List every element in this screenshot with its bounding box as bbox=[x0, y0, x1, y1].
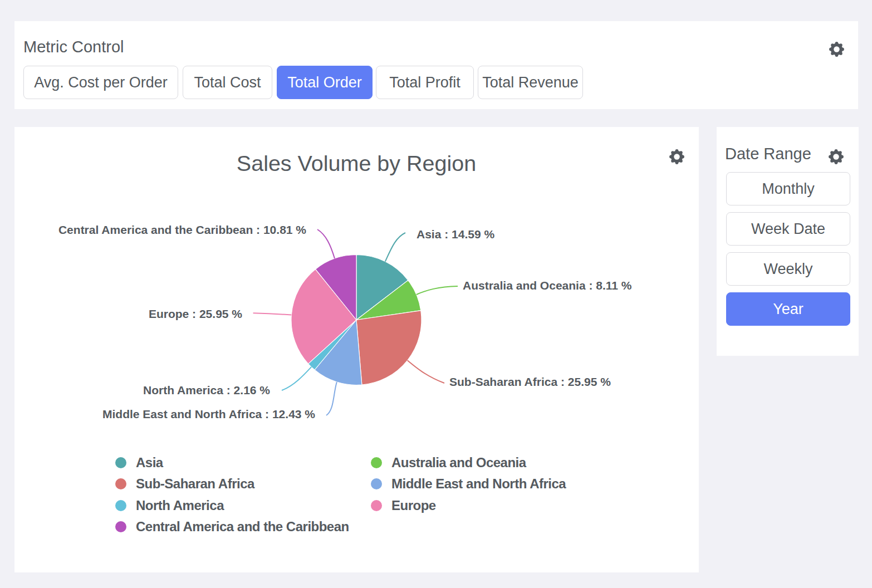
svg-text:Europe : 25.95 %: Europe : 25.95 % bbox=[149, 307, 242, 320]
svg-text:North America : 2.16 %: North America : 2.16 % bbox=[143, 384, 270, 396]
svg-text:Central America and the Caribb: Central America and the Caribbean : 10.8… bbox=[58, 223, 306, 236]
svg-text:Sub-Saharan Africa : 25.95 %: Sub-Saharan Africa : 25.95 % bbox=[449, 375, 611, 388]
svg-text:Sales Volume by Region: Sales Volume by Region bbox=[237, 151, 476, 175]
svg-text:Asia : 14.59 %: Asia : 14.59 % bbox=[417, 228, 494, 241]
svg-text:Middle East and North Africa :: Middle East and North Africa : 12.43 % bbox=[102, 408, 315, 420]
svg-text:Australia and Oceania : 8.11 %: Australia and Oceania : 8.11 % bbox=[463, 279, 632, 292]
